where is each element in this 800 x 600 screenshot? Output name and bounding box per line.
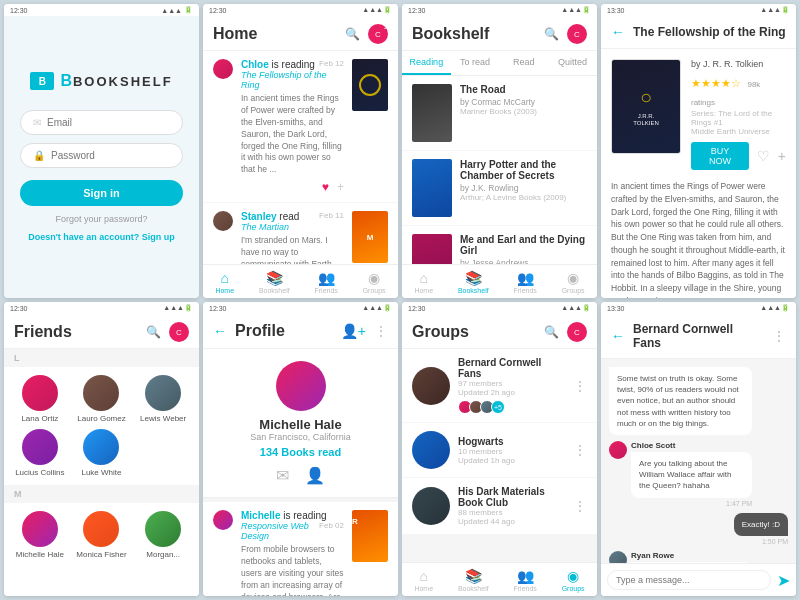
user-avatar-badge[interactable]: C 2 (368, 24, 388, 44)
nav-bookshelf[interactable]: 📚 Bookshelf (259, 270, 290, 294)
groups-screen: 12:30 ▲▲▲🔋 Groups 🔍 C Bernard Cornwell F… (402, 302, 597, 596)
friend-item[interactable]: Lauro Gomez (74, 375, 130, 423)
detail-book-cover: ○ J.R.R.TOLKIEN (611, 59, 681, 154)
bookshelf-bottom-nav: ⌂ Home 📚 Bookshelf 👥 Friends ◉ Groups (402, 264, 597, 298)
friend-item[interactable]: Michelle Hale (12, 511, 68, 559)
user-avatar-badge[interactable]: C (567, 24, 587, 44)
message-bubble: Some twist on truth is okay. Some twist,… (609, 367, 752, 435)
friend-item[interactable]: Luke White (74, 429, 130, 477)
search-icon[interactable]: 🔍 (345, 27, 360, 41)
app-logo-text: BBOOKSHELF (60, 72, 172, 90)
chat-title: Bernard Cornwell Fans (633, 322, 764, 350)
password-input[interactable] (51, 150, 170, 161)
back-button[interactable]: ← (611, 328, 625, 344)
friend-avatar-luke (83, 429, 119, 465)
friend-avatar-morgan (145, 511, 181, 547)
chat-header: ← Bernard Cornwell Fans ⋮ (601, 314, 796, 359)
add-icon[interactable]: + (337, 180, 344, 194)
user-avatar-badge[interactable]: C (169, 322, 189, 342)
group-more-icon[interactable]: ⋮ (573, 378, 587, 394)
nav-home[interactable]: ⌂ Home (414, 270, 433, 294)
signup-link[interactable]: Sign up (142, 232, 175, 242)
password-field[interactable]: 🔒 (20, 143, 183, 168)
nav-home[interactable]: ⌂ Home (215, 270, 234, 294)
back-button[interactable]: ← (213, 323, 227, 339)
forgot-password-link[interactable]: Forgot your password? (55, 214, 147, 224)
user-avatar-badge[interactable]: C (567, 322, 587, 342)
book-cover-ring (352, 59, 388, 111)
profile-screen: 12:30 ▲▲▲🔋 ← Profile 👤+ ⋮ Michelle Hale … (203, 302, 398, 596)
group-avatar-hogwarts (412, 431, 450, 469)
add-icon[interactable]: + (778, 148, 786, 164)
login-screen: 12:30 ▲▲▲ 🔋 B BBOOKSHELF ✉ 🔒 (4, 4, 199, 298)
groups-nav-icon: ◉ (368, 270, 380, 286)
nav-friends[interactable]: 👥 Friends (314, 270, 337, 294)
friend-item[interactable]: Monica Fisher (74, 511, 130, 559)
group-more-icon[interactable]: ⋮ (573, 498, 587, 514)
bookshelf-nav-icon: 📚 (266, 270, 283, 286)
nav-home[interactable]: ⌂ Home (414, 568, 433, 592)
email-field[interactable]: ✉ (20, 110, 183, 135)
back-button[interactable]: ← (611, 24, 625, 40)
detail-title: The Fellowship of the Ring (633, 25, 786, 39)
friend-item[interactable]: Lana Ortiz (12, 375, 68, 423)
send-icon[interactable]: ➤ (777, 571, 790, 590)
nav-groups[interactable]: ◉ Groups (562, 568, 585, 592)
profile-feed-item: Michelle is reading Feb 02 Responsive We… (203, 502, 398, 596)
chat-message: Chloe Scott Are you talking about the Wi… (609, 441, 752, 507)
follow-icon[interactable]: 👤 (305, 466, 325, 485)
friends-nav-icon: 👥 (517, 270, 534, 286)
groups-list: Bernard Cornwell Fans 97 members Updated… (402, 349, 597, 562)
tab-quitted[interactable]: Quitted (548, 51, 597, 75)
signin-button[interactable]: Sign in (20, 180, 183, 206)
nav-bookshelf[interactable]: 📚 Bookshelf (458, 568, 489, 592)
search-icon[interactable]: 🔍 (544, 27, 559, 41)
chat-avatar (609, 551, 627, 563)
profile-name: Michelle Hale (259, 417, 341, 432)
group-more-icon[interactable]: ⋮ (573, 442, 587, 458)
group-item-cornwall: Bernard Cornwell Fans 97 members Updated… (402, 349, 597, 423)
like-icon[interactable]: ♥ (322, 180, 329, 194)
home-nav-icon: ⌂ (420, 568, 428, 584)
friend-avatar-lewis (145, 375, 181, 411)
more-icon[interactable]: ⋮ (772, 328, 786, 344)
nav-groups[interactable]: ◉ Groups (562, 270, 585, 294)
group-avatar-dark (412, 487, 450, 525)
wishlist-icon[interactable]: ♡ (757, 148, 770, 164)
nav-friends[interactable]: 👥 Friends (513, 270, 536, 294)
chat-input-bar: ➤ (601, 563, 796, 596)
nav-groups[interactable]: ◉ Groups (363, 270, 386, 294)
add-friend-icon[interactable]: 👤+ (341, 323, 366, 339)
more-icon[interactable]: ⋮ (374, 323, 388, 339)
chat-input[interactable] (607, 570, 771, 590)
tab-read[interactable]: Read (500, 51, 549, 75)
home-header: Home 🔍 C 2 (203, 16, 398, 51)
status-bar-chat: 13:30 ▲▲▲🔋 (601, 302, 796, 314)
email-input[interactable] (47, 117, 170, 128)
friend-item[interactable]: Morgan... (135, 511, 191, 559)
nav-bookshelf[interactable]: 📚 Bookshelf (458, 270, 489, 294)
chat-sender: Ryan Rowe (631, 551, 752, 560)
bookshelf-title: Bookshelf (412, 25, 489, 43)
friends-title: Friends (14, 323, 72, 341)
detail-content: ○ J.R.R.TOLKIEN by J. R. R. Tolkien ★★★★… (601, 49, 796, 298)
tab-to-read[interactable]: To read (451, 51, 500, 75)
groups-bottom-nav: ⌂ Home 📚 Bookshelf 👥 Friends ◉ Groups (402, 562, 597, 596)
friend-item[interactable]: Lewis Weber (135, 375, 191, 423)
message-icon[interactable]: ✉ (276, 466, 289, 485)
friend-item[interactable]: Lucius Collins (12, 429, 68, 477)
search-icon[interactable]: 🔍 (544, 325, 559, 339)
login-content: B BBOOKSHELF ✉ 🔒 Sign in Forgot your pas… (4, 16, 199, 298)
signup-prompt: Doesn't have an account? Sign up (28, 232, 175, 242)
friends-header: Friends 🔍 C (4, 314, 199, 349)
profile-content: Michelle Hale San Francisco, California … (203, 349, 398, 596)
friend-avatar-lauro (83, 375, 119, 411)
nav-friends[interactable]: 👥 Friends (513, 568, 536, 592)
status-bar-groups: 12:30 ▲▲▲🔋 (402, 302, 597, 314)
friends-list: L Lana Ortiz Lauro Gomez Lewis Weber Luc… (4, 349, 199, 596)
buy-button[interactable]: BUY NOW (691, 142, 749, 170)
search-icon[interactable]: 🔍 (146, 325, 161, 339)
profile-title: Profile (235, 322, 285, 340)
tab-reading[interactable]: Reading (402, 51, 451, 75)
detail-header: ← The Fellowship of the Ring (601, 16, 796, 49)
